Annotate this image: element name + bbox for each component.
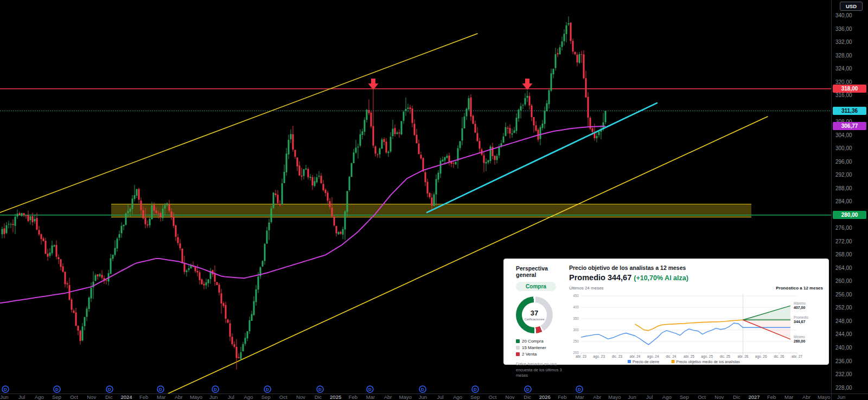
inner-x-tick: ago. 26 [755, 354, 767, 359]
inner-x-tick: abr. 25 [684, 354, 694, 358]
candle [388, 152, 390, 153]
candle [56, 245, 58, 257]
candle [134, 195, 136, 199]
channel-upper-trendline[interactable] [0, 34, 477, 212]
candle [145, 218, 146, 224]
candle [496, 156, 498, 160]
dividend-marker[interactable]: D [419, 386, 426, 392]
price-tick-label: 340,00 [835, 12, 852, 18]
candle [462, 128, 463, 141]
month-label: Mar [366, 394, 375, 400]
candle [117, 238, 118, 248]
time-axis[interactable]: JunJulAgoSepOctNovDic2024FebMarAbrMayoJu… [0, 393, 868, 400]
month-label: Jul [646, 394, 653, 400]
candle [344, 211, 346, 230]
candle [325, 190, 327, 193]
svg-text:D: D [578, 387, 581, 392]
candle [566, 25, 567, 34]
legend-swatch [516, 352, 520, 356]
dividend-marker[interactable]: D [157, 386, 164, 392]
candle [208, 279, 209, 283]
candle [416, 135, 418, 144]
candle [440, 160, 442, 173]
candle [431, 198, 433, 206]
candle [258, 276, 259, 289]
candle [238, 357, 240, 358]
candle [10, 224, 12, 225]
dividend-marker[interactable]: D [525, 386, 531, 392]
price-tick-label: 256,00 [835, 292, 852, 298]
candle [60, 260, 62, 267]
candle [229, 324, 231, 337]
svg-text:D: D [214, 387, 217, 392]
dividend-marker[interactable]: D [2, 386, 9, 392]
candle [6, 225, 8, 233]
candle [156, 211, 157, 213]
candle [347, 191, 348, 212]
candle [533, 117, 535, 125]
candle [114, 248, 116, 255]
resistance-price-badge: 318,00 [833, 85, 866, 93]
candle [95, 275, 97, 281]
dividend-marker[interactable]: D [54, 386, 60, 392]
candle [25, 216, 27, 216]
svg-text:344,67: 344,67 [794, 320, 806, 324]
analyst-forecast-panel: Perspectiva general Compra 37 Calificaci… [503, 259, 829, 365]
price-axis[interactable]: USD 340,00336,00332,00328,00324,00320,00… [831, 0, 868, 400]
candle [555, 54, 557, 68]
candle [121, 226, 123, 234]
dividend-marker[interactable]: D [367, 386, 373, 392]
price-tick-label: 232,00 [835, 371, 852, 377]
candle [338, 232, 340, 234]
candle [548, 91, 550, 105]
dividend-marker[interactable]: D [472, 386, 478, 392]
candle [275, 193, 277, 195]
svg-text:D: D [4, 387, 7, 392]
candle [403, 112, 405, 121]
candle [327, 192, 329, 201]
dividend-marker[interactable]: D [212, 386, 219, 392]
dividend-marker[interactable]: D [106, 386, 113, 392]
sell-signal-marker[interactable] [522, 79, 533, 90]
candle [125, 214, 127, 225]
candle [119, 234, 120, 238]
candle [221, 293, 222, 304]
candle [329, 201, 331, 207]
candle [82, 326, 84, 340]
candle [8, 224, 10, 224]
price-tick-label: 240,00 [835, 345, 852, 351]
candle [321, 176, 322, 183]
year-label: 2025 [330, 394, 341, 400]
candle [266, 230, 268, 243]
candle [499, 146, 500, 156]
dividend-marker[interactable]: D [317, 386, 323, 392]
candle [227, 320, 229, 323]
price-target-column: Precio objetivo de los analistas a 12 me… [569, 264, 823, 369]
candle [23, 213, 25, 215]
candle [410, 107, 411, 109]
candle [12, 224, 14, 225]
candle [130, 209, 131, 211]
svg-text:Promedio: Promedio [794, 315, 808, 319]
price-tick-label: 292,00 [835, 172, 852, 178]
dividend-marker[interactable]: D [576, 386, 583, 392]
dividend-marker[interactable]: D [264, 386, 271, 392]
candle [162, 209, 164, 218]
candle [318, 176, 320, 177]
candle [101, 275, 103, 278]
svg-text:260,00: 260,00 [794, 339, 806, 344]
month-label: Ago [35, 394, 44, 400]
inner-y-tick: 300 [573, 328, 579, 332]
rating-legend-item: 15 Mantener [516, 345, 566, 350]
currency-toggle-button[interactable]: USD [840, 2, 863, 11]
candle [136, 189, 138, 196]
month-label: Nov [714, 394, 724, 400]
sell-signal-marker[interactable] [368, 79, 379, 90]
candle [180, 243, 181, 248]
forecast-label: Máximo407,00 [794, 301, 806, 310]
price-tick-label: 328,00 [835, 53, 852, 59]
svg-text:407,00: 407,00 [794, 306, 806, 310]
candle [28, 215, 29, 221]
forecast-label: Mínimo260,00 [794, 335, 806, 344]
candle [503, 137, 505, 143]
